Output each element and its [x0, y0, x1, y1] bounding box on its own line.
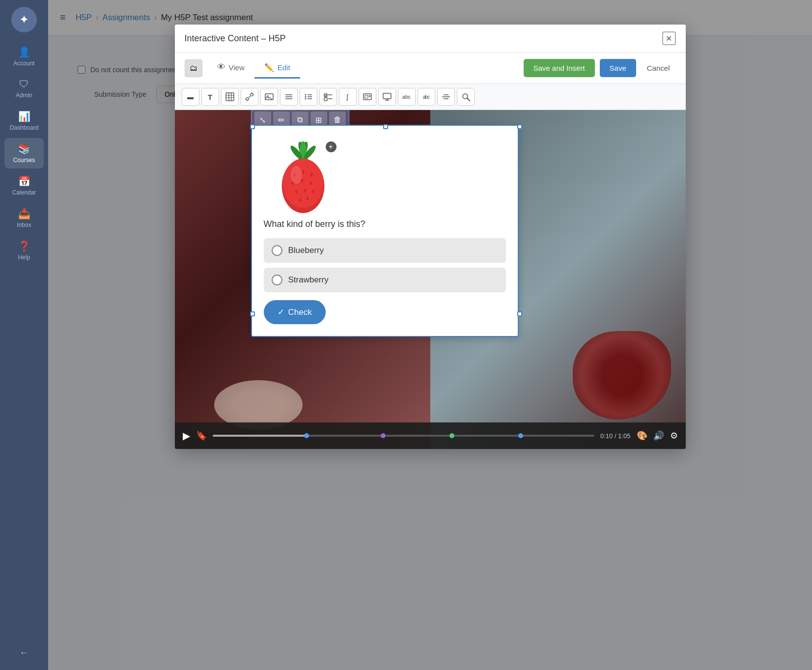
cancel-button[interactable]: Cancel: [641, 59, 676, 77]
dot-blue[interactable]: [304, 433, 309, 438]
toolbar-media-btn[interactable]: [359, 88, 376, 106]
svg-point-13: [305, 96, 306, 98]
toolbar-textbox2-btn[interactable]: abc: [418, 88, 435, 106]
help-icon: ❓: [18, 240, 30, 252]
save-button[interactable]: Save: [600, 59, 636, 77]
content-box: + What kind of berry is this? Blueberry …: [251, 125, 519, 337]
volume-button[interactable]: 🔊: [653, 430, 664, 441]
sidebar-item-label: Dashboard: [10, 124, 39, 131]
time-display: 0:10 / 1:05: [600, 432, 630, 440]
sidebar-item-label: Calendar: [12, 189, 36, 196]
svg-point-44: [309, 182, 312, 185]
calendar-icon: 📅: [18, 175, 30, 187]
resize-handle-ml[interactable]: [250, 311, 255, 316]
dot-purple[interactable]: [381, 433, 386, 438]
modal-header: Interactive Content – H5P ✕: [175, 25, 686, 53]
editor-toolbar: ▬ T ∫: [175, 84, 686, 110]
radio-strawberry: [272, 275, 282, 285]
resize-handle-tl[interactable]: [250, 124, 255, 129]
toolbar-checklist-btn[interactable]: [319, 88, 337, 106]
sidebar-item-courses[interactable]: 📚 Courses: [4, 138, 44, 168]
sidebar-item-label: Admin: [16, 92, 32, 99]
resize-handle-tr[interactable]: [517, 124, 522, 129]
bookmark-button[interactable]: 🔖: [196, 430, 207, 441]
toolbar-link-btn[interactable]: [241, 88, 258, 106]
sidebar-item-admin[interactable]: 🛡 Admin: [4, 74, 44, 104]
dot-blue2[interactable]: [518, 433, 523, 438]
svg-point-46: [304, 189, 307, 193]
edit-tab-label: Edit: [278, 63, 290, 72]
video-controls: ▶ 🔖 0:10 / 1:05 🎨 🔊: [175, 422, 686, 449]
plate-decoration: [214, 380, 303, 429]
sidebar: ✦ 👤 Account 🛡 Admin 📊 Dashboard 📚 Course…: [0, 0, 48, 670]
tab-edit[interactable]: ✏️ Edit: [254, 58, 300, 79]
svg-point-38: [282, 159, 323, 208]
svg-rect-0: [226, 93, 234, 101]
sidebar-item-dashboard[interactable]: 📊 Dashboard: [4, 106, 44, 136]
courses-icon: 📚: [18, 143, 30, 155]
radio-blueberry: [272, 245, 282, 256]
modal-title: Interactive Content – H5P: [185, 33, 286, 44]
svg-point-11: [305, 94, 306, 96]
add-interaction-btn[interactable]: +: [326, 141, 336, 152]
toolbar-list-btn[interactable]: [280, 88, 298, 106]
play-button[interactable]: ▶: [183, 430, 190, 442]
toolbar-screen-btn[interactable]: [378, 88, 396, 106]
toolbar-actions: Save and Insert Save Cancel: [524, 59, 676, 77]
toolbar-textbox-btn[interactable]: abc: [398, 88, 416, 106]
question-text: What kind of berry is this?: [264, 219, 506, 229]
editor-content: ⤡ ✏ ⧉ ⊞ 🗑: [175, 110, 686, 449]
svg-point-48: [299, 198, 302, 202]
save-and-insert-button[interactable]: Save and Insert: [524, 59, 595, 77]
palette-button[interactable]: 🎨: [637, 430, 647, 441]
svg-rect-6: [265, 94, 273, 100]
file-icon-btn[interactable]: 🗂: [185, 59, 202, 77]
logo-icon: ✦: [19, 13, 29, 27]
modal: Interactive Content – H5P ✕ 🗂 👁 View ✏️ …: [175, 25, 686, 449]
svg-point-50: [290, 166, 302, 184]
answer-strawberry-label: Strawberry: [288, 275, 329, 285]
settings-button[interactable]: ⚙: [670, 430, 678, 441]
sidebar-item-account[interactable]: 👤 Account: [4, 41, 44, 72]
answer-blueberry[interactable]: Blueberry: [264, 238, 506, 263]
admin-icon: 🛡: [19, 79, 29, 90]
view-tab-label: View: [229, 63, 245, 72]
toolbar-strikethrough-btn[interactable]: [437, 88, 455, 106]
answer-blueberry-label: Blueberry: [288, 246, 324, 255]
svg-point-45: [295, 190, 298, 194]
check-label: Check: [288, 307, 312, 317]
answer-strawberry[interactable]: Strawberry: [264, 268, 506, 292]
svg-point-47: [312, 190, 314, 194]
toolbar-table-btn[interactable]: [221, 88, 239, 106]
sidebar-item-label: Inbox: [17, 222, 31, 228]
sidebar-collapse-button[interactable]: ←: [14, 642, 34, 663]
app-logo[interactable]: ✦: [11, 7, 37, 32]
edit-tab-icon: ✏️: [264, 63, 274, 72]
dot-green[interactable]: [449, 433, 454, 438]
sidebar-item-inbox[interactable]: 📥 Inbox: [4, 203, 44, 233]
check-button[interactable]: ✓ Check: [264, 300, 326, 324]
toolbar-search-btn[interactable]: [457, 88, 475, 106]
tab-view[interactable]: 👁 View: [207, 57, 254, 79]
progress-fill: [213, 435, 308, 437]
sidebar-item-label: Help: [18, 254, 30, 261]
progress-track[interactable]: [213, 435, 595, 437]
modal-toolbar: 🗂 👁 View ✏️ Edit Save and Insert Save Ca…: [175, 53, 686, 84]
svg-line-5: [248, 95, 251, 99]
content-box-inner: + What kind of berry is this? Blueberry …: [252, 126, 518, 336]
toolbar-image-btn[interactable]: [260, 88, 278, 106]
inbox-icon: 📥: [18, 208, 30, 220]
toolbar-text-btn[interactable]: T: [201, 88, 219, 106]
sidebar-item-label: Account: [13, 60, 34, 67]
toolbar-minus-btn[interactable]: ▬: [182, 88, 199, 106]
resize-handle-tm[interactable]: [383, 124, 388, 129]
toolbar-formula-btn[interactable]: ∫: [339, 88, 357, 106]
sidebar-item-help[interactable]: ❓ Help: [4, 235, 44, 266]
toolbar-unordered-list-btn[interactable]: [300, 88, 317, 106]
svg-point-15: [305, 98, 306, 100]
modal-close-button[interactable]: ✕: [662, 31, 676, 45]
sidebar-item-calendar[interactable]: 📅 Calendar: [4, 170, 44, 201]
svg-rect-24: [383, 93, 391, 99]
check-icon: ✓: [278, 307, 284, 317]
resize-handle-mr[interactable]: [517, 311, 522, 316]
